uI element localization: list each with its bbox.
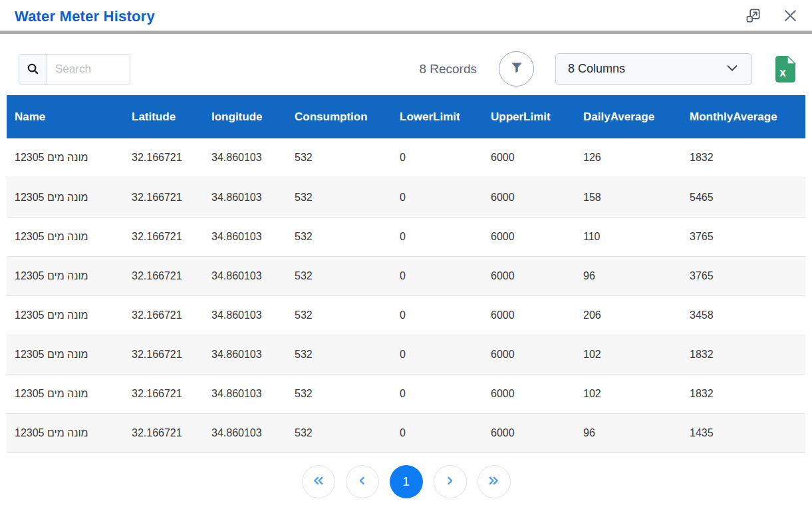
table-cell: 1435 <box>682 413 805 452</box>
table-cell: 532 <box>287 217 392 256</box>
page-title: Water Meter History <box>15 8 155 25</box>
table-cell: 532 <box>287 335 392 374</box>
titlebar: Water Meter History <box>0 0 812 31</box>
export-excel-button[interactable]: x <box>773 56 796 83</box>
table-cell: 34.860103 <box>203 138 287 178</box>
chevron-right-icon <box>442 472 458 491</box>
table-cell: 6000 <box>483 335 575 374</box>
table-cell: 532 <box>287 178 392 217</box>
column-header[interactable]: Consumption <box>287 95 392 138</box>
table-row: מונה מים 1230532.16672134.86010353206000… <box>7 217 805 256</box>
close-icon <box>783 9 797 25</box>
table-cell: 0 <box>392 413 483 452</box>
table-cell: 32.166721 <box>124 413 203 452</box>
table-cell: 96 <box>575 413 682 452</box>
expand-icon <box>745 8 761 25</box>
table-cell: 34.860103 <box>203 256 287 295</box>
table-header-row: NameLatitudelongitudeConsumptionLowerLim… <box>7 95 805 138</box>
expand-button[interactable] <box>744 8 761 25</box>
table-cell: 32.166721 <box>124 217 203 256</box>
table-cell: 32.166721 <box>124 335 203 374</box>
table-row: מונה מים 1230532.16672134.86010353206000… <box>7 413 805 452</box>
table-cell: 32.166721 <box>124 178 203 217</box>
column-header[interactable]: LowerLimit <box>392 95 483 138</box>
table-cell: 0 <box>392 138 483 178</box>
table-cell: 0 <box>392 178 483 217</box>
table-cell: 32.166721 <box>124 256 203 295</box>
table-row: מונה מים 1230532.16672134.86010353206000… <box>7 374 805 413</box>
table-cell: 34.860103 <box>203 295 287 335</box>
table-cell: 532 <box>287 374 392 413</box>
table-cell: 6000 <box>483 256 575 295</box>
table-cell: 6000 <box>483 217 575 256</box>
data-table-container: NameLatitudelongitudeConsumptionLowerLim… <box>7 95 805 453</box>
filter-button[interactable] <box>499 51 534 86</box>
table-cell: 0 <box>392 256 483 295</box>
column-header[interactable]: UpperLimit <box>483 95 575 138</box>
table-cell: 532 <box>287 256 392 295</box>
table-cell: 0 <box>392 217 483 256</box>
column-header[interactable]: Name <box>7 95 124 138</box>
toolbar: 8 Records 8 Columns x <box>19 51 796 86</box>
table-cell: 0 <box>392 374 483 413</box>
table-cell: 3765 <box>682 256 805 295</box>
table-cell: 32.166721 <box>124 138 203 178</box>
column-header[interactable]: MonthlyAverage <box>682 95 805 138</box>
table-cell: 32.166721 <box>124 295 203 335</box>
table-cell: מונה מים 12305 <box>7 295 124 335</box>
table-cell: 34.860103 <box>203 178 287 217</box>
column-header[interactable]: Latitude <box>124 95 203 138</box>
table-cell: 3458 <box>682 295 805 335</box>
table-body: מונה מים 1230532.16672134.86010353206000… <box>7 138 805 452</box>
chevron-left-icon <box>354 472 370 491</box>
table-row: מונה מים 1230532.16672134.86010353206000… <box>7 335 805 374</box>
filter-icon <box>510 61 523 77</box>
svg-text:x: x <box>779 66 786 79</box>
table-cell: 6000 <box>483 295 575 335</box>
search-icon <box>19 55 47 84</box>
table-cell: מונה מים 12305 <box>7 335 124 374</box>
table-cell: מונה מים 12305 <box>7 256 124 295</box>
table-cell: 34.860103 <box>203 413 287 452</box>
table-row: מונה מים 1230532.16672134.86010353206000… <box>7 295 805 335</box>
search-group <box>19 54 130 84</box>
table-cell: 1832 <box>682 374 805 413</box>
data-table: NameLatitudelongitudeConsumptionLowerLim… <box>7 95 805 453</box>
table-cell: 126 <box>575 138 682 178</box>
excel-file-icon: x <box>773 75 796 84</box>
table-cell: 32.166721 <box>124 374 203 413</box>
table-cell: 206 <box>575 295 682 335</box>
table-cell: 6000 <box>483 178 575 217</box>
table-cell: 3765 <box>682 217 805 256</box>
table-cell: 0 <box>392 335 483 374</box>
table-row: מונה מים 1230532.16672134.86010353206000… <box>7 178 805 217</box>
previous-page-button[interactable] <box>346 465 379 498</box>
table-cell: מונה מים 12305 <box>7 138 124 178</box>
columns-dropdown[interactable]: 8 Columns <box>555 53 752 85</box>
table-cell: 532 <box>287 413 392 452</box>
first-page-button[interactable] <box>302 465 335 498</box>
column-header[interactable]: DailyAverage <box>575 95 682 138</box>
search-input[interactable] <box>47 55 130 84</box>
close-button[interactable] <box>781 8 799 25</box>
table-cell: 102 <box>575 374 682 413</box>
titlebar-actions <box>744 8 799 25</box>
table-cell: 96 <box>575 256 682 295</box>
title-divider <box>0 31 812 34</box>
table-cell: 0 <box>392 295 483 335</box>
table-cell: 158 <box>575 178 682 217</box>
page-1-button[interactable]: 1 <box>390 465 423 498</box>
table-cell: מונה מים 12305 <box>7 374 124 413</box>
table-cell: 102 <box>575 335 682 374</box>
table-cell: 6000 <box>483 374 575 413</box>
last-page-button[interactable] <box>477 465 511 498</box>
next-page-button[interactable] <box>434 465 467 498</box>
table-cell: 6000 <box>483 138 575 178</box>
table-row: מונה מים 1230532.16672134.86010353206000… <box>7 138 805 178</box>
column-header[interactable]: longitude <box>203 95 287 138</box>
table-cell: 532 <box>287 138 392 178</box>
pagination: 1 <box>0 465 812 498</box>
table-cell: מונה מים 12305 <box>7 217 124 256</box>
table-cell: 34.860103 <box>203 374 287 413</box>
table-cell: 34.860103 <box>203 335 287 374</box>
